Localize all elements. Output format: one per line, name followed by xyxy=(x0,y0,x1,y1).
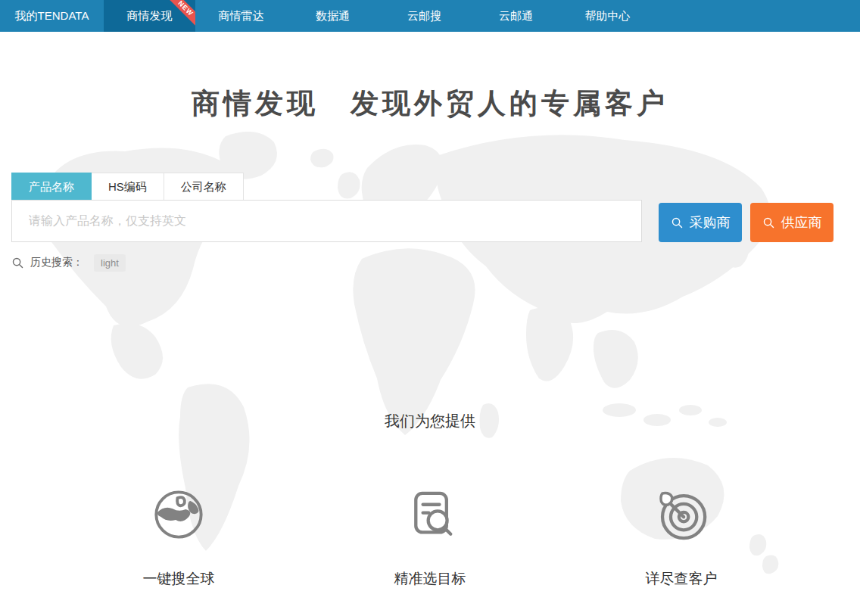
history-tag[interactable]: light xyxy=(94,254,126,272)
nav-item-my-tendata[interactable]: 我的TENDATA xyxy=(0,0,104,32)
feature-global-search: 一键搜全球 xyxy=(118,484,239,589)
feature-label: 详尽查客户 xyxy=(621,569,742,589)
target-dart-icon xyxy=(621,484,742,545)
history-search-icon xyxy=(11,257,24,269)
search-icon xyxy=(671,216,684,229)
doc-search-icon xyxy=(369,484,491,545)
nav-item-business-discovery[interactable]: 商情发现 NEW xyxy=(104,0,195,32)
features-row: 一键搜全球 精准选目标 xyxy=(118,484,742,589)
feature-label: 精准选目标 xyxy=(369,569,491,589)
provide-section-title: 我们为您提供 xyxy=(0,411,860,431)
buyer-search-button[interactable]: 采购商 xyxy=(659,203,742,242)
supplier-search-button[interactable]: 供应商 xyxy=(750,203,834,242)
nav-item-business-radar[interactable]: 商情雷达 xyxy=(195,0,287,32)
history-search-row: 历史搜索： light xyxy=(11,253,126,272)
feature-label: 一键搜全球 xyxy=(118,569,239,589)
globe-icon xyxy=(118,484,239,545)
nav-item-help-center[interactable]: 帮助中心 xyxy=(562,0,653,32)
nav-item-cloud-mail-search[interactable]: 云邮搜 xyxy=(379,0,470,32)
page: 我的TENDATA 商情发现 NEW 商情雷达 数据通 云邮搜 云邮通 帮助中心… xyxy=(0,0,860,616)
history-search-label: 历史搜索： xyxy=(30,256,83,269)
search-tabs: 产品名称 HS编码 公司名称 xyxy=(11,173,244,200)
product-search-input[interactable] xyxy=(11,200,642,242)
nav-item-label: 商情发现 xyxy=(127,9,173,22)
search-icon xyxy=(762,216,775,229)
top-navigation: 我的TENDATA 商情发现 NEW 商情雷达 数据通 云邮搜 云邮通 帮助中心 xyxy=(0,0,860,32)
hero-headline: 商情发现 发现外贸人的专属客户 xyxy=(0,85,860,123)
tab-hs-code[interactable]: HS编码 xyxy=(92,173,164,200)
nav-item-data-link[interactable]: 数据通 xyxy=(287,0,379,32)
tab-product-name[interactable]: 产品名称 xyxy=(11,173,92,200)
tab-company-name[interactable]: 公司名称 xyxy=(164,173,244,200)
feature-detailed-customer-check: 详尽查客户 xyxy=(621,484,742,589)
feature-precise-targeting: 精准选目标 xyxy=(369,484,491,589)
supplier-button-label: 供应商 xyxy=(781,213,822,232)
nav-item-cloud-mail[interactable]: 云邮通 xyxy=(470,0,562,32)
buyer-button-label: 采购商 xyxy=(690,213,731,232)
